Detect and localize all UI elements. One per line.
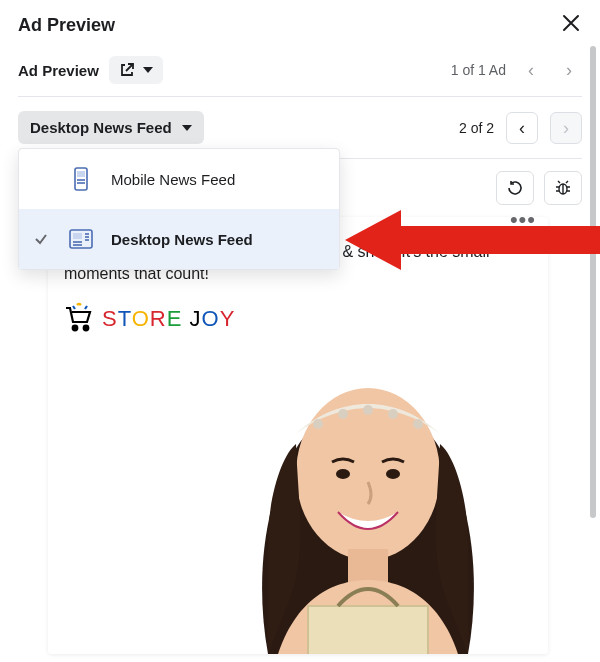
svg-point-6 bbox=[363, 405, 373, 415]
section-label: Ad Preview bbox=[18, 62, 99, 79]
ad-preview-card: ••• We're in this together. Live, laugh,… bbox=[48, 217, 548, 654]
next-placement-button: › bbox=[550, 112, 582, 144]
chevron-right-icon: › bbox=[563, 119, 569, 137]
ad-image-person bbox=[188, 294, 548, 654]
svg-point-1 bbox=[73, 326, 78, 331]
svg-point-2 bbox=[84, 326, 89, 331]
placement-selector-label: Desktop News Feed bbox=[30, 119, 172, 136]
svg-rect-18 bbox=[73, 233, 82, 239]
dropdown-item-label: Desktop News Feed bbox=[111, 231, 325, 248]
prev-ad-button[interactable]: ‹ bbox=[518, 57, 544, 83]
dropdown-item-mobile-news-feed[interactable]: Mobile News Feed bbox=[19, 149, 339, 209]
caret-down-icon bbox=[182, 125, 192, 131]
close-button[interactable] bbox=[562, 14, 580, 36]
chevron-right-icon: › bbox=[566, 61, 572, 79]
modal-title: Ad Preview bbox=[18, 15, 115, 36]
svg-rect-14 bbox=[77, 171, 85, 177]
bug-icon bbox=[554, 179, 572, 197]
svg-point-8 bbox=[413, 419, 423, 429]
close-icon bbox=[562, 14, 580, 32]
dropdown-item-label: Mobile News Feed bbox=[111, 171, 325, 188]
prev-placement-button[interactable]: ‹ bbox=[506, 112, 538, 144]
svg-point-9 bbox=[336, 469, 350, 479]
next-ad-button[interactable]: › bbox=[556, 57, 582, 83]
refresh-button[interactable] bbox=[496, 171, 534, 205]
scrollbar[interactable] bbox=[590, 46, 596, 518]
more-icon: ••• bbox=[510, 217, 536, 232]
open-external-icon bbox=[119, 62, 135, 78]
svg-point-5 bbox=[338, 409, 348, 419]
mobile-feed-icon bbox=[67, 165, 95, 193]
debug-button[interactable] bbox=[544, 171, 582, 205]
ad-counter: 1 of 1 Ad bbox=[451, 62, 506, 78]
svg-point-4 bbox=[313, 419, 323, 429]
chevron-left-icon: ‹ bbox=[528, 61, 534, 79]
refresh-icon bbox=[506, 179, 524, 197]
placement-dropdown: Mobile News Feed Desktop News Feed bbox=[18, 148, 340, 270]
cart-icon bbox=[62, 302, 96, 336]
svg-rect-12 bbox=[308, 606, 428, 654]
chevron-left-icon: ‹ bbox=[519, 119, 525, 137]
ad-creative: STORE JOY bbox=[48, 294, 548, 654]
svg-point-10 bbox=[386, 469, 400, 479]
caret-down-icon bbox=[143, 67, 153, 73]
open-external-button[interactable] bbox=[109, 56, 163, 84]
svg-rect-11 bbox=[348, 549, 388, 583]
check-icon bbox=[31, 232, 51, 246]
desktop-feed-icon bbox=[67, 225, 95, 253]
svg-point-7 bbox=[388, 409, 398, 419]
placement-selector[interactable]: Desktop News Feed bbox=[18, 111, 204, 144]
placement-counter: 2 of 2 bbox=[459, 120, 494, 136]
dropdown-item-desktop-news-feed[interactable]: Desktop News Feed bbox=[19, 209, 339, 269]
